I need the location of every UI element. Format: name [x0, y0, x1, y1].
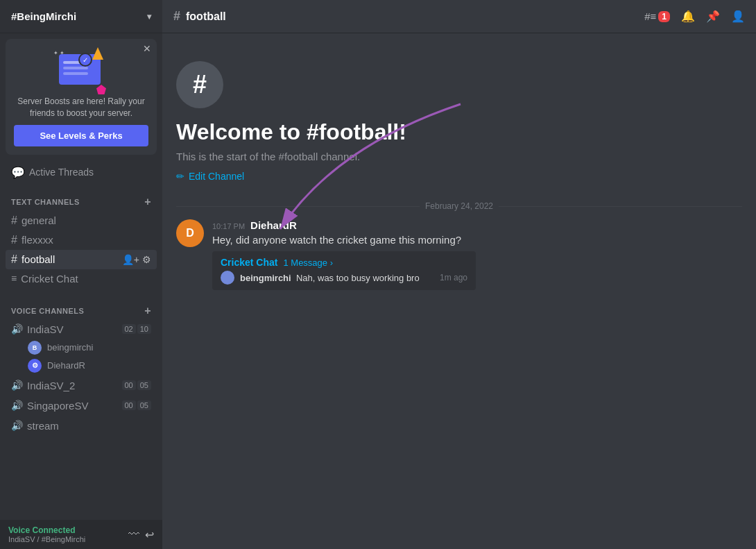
sidebar: #BeingMirchi ▾ ✕ ✓ ✦ ✦ Server Boosts are…	[0, 0, 162, 549]
channel-item-general[interactable]: # general	[6, 211, 157, 230]
voice-connected-bar: Voice Connected IndiaSV / #BeingMirchi 〰…	[0, 520, 162, 549]
thread-message-count[interactable]: 1 Message ›	[283, 257, 333, 268]
text-channels-label: TEXT CHANNELS	[11, 198, 80, 206]
avatar-beingmirchi: B	[28, 341, 42, 355]
date-divider: February 24, 2022	[162, 196, 756, 217]
voice-connected-label: Voice Connected	[8, 525, 128, 535]
speaker-icon: 🔊	[11, 323, 23, 335]
checkmark-icon: ✓	[78, 53, 92, 67]
message-content: 10:17 PM DiehardR Hey, did anyone watch …	[212, 219, 742, 290]
message-time: 10:17 PM	[212, 222, 245, 230]
voice-channel-name-indiasv: IndiaSV	[27, 323, 64, 335]
edit-channel-button[interactable]: ✏ Edit Channel	[176, 171, 244, 182]
add-member-icon[interactable]: 👤+	[122, 254, 139, 265]
voice-channels-header[interactable]: VOICE CHANNELS +	[6, 294, 157, 320]
threads-count: 1	[658, 11, 670, 22]
main-wrapper: # football #≡ 1 🔔 📌 👤	[162, 0, 756, 549]
message-author: DiehardR	[250, 219, 297, 231]
message-row: D 10:17 PM DiehardR Hey, did anyone watc…	[162, 217, 756, 293]
voice-badges-2: 00 05	[122, 380, 152, 390]
text-channels-header[interactable]: TEXT CHANNELS +	[6, 185, 157, 211]
channel-item-flexxxx[interactable]: # flexxxx	[6, 230, 157, 250]
channel-item-football[interactable]: # football 👤+ ⚙	[6, 250, 157, 269]
boost-banner-text: Server Boosts are here! Rally your frien…	[14, 96, 148, 119]
hash-icon: #	[11, 253, 17, 266]
channel-name-flexxxx: flexxxx	[22, 234, 53, 246]
bell-icon: 🔔	[681, 10, 695, 22]
thread-reply-name: Cricket Chat	[221, 257, 277, 268]
voice-member-beingmirchi[interactable]: B beingmirchi	[11, 339, 151, 357]
chevron-down-icon: ▾	[147, 12, 151, 22]
add-voice-channel-icon[interactable]: +	[144, 305, 151, 317]
pencil-icon: ✏	[176, 171, 184, 182]
voice-channel-header-indiasv2[interactable]: 🔊 IndiaSV_2 00 05	[11, 376, 151, 395]
voice-connected-info: Voice Connected IndiaSV / #BeingMirchi	[8, 525, 128, 543]
voice-channel-header-stream[interactable]: 🔊 stream	[11, 416, 151, 435]
boost-image: ✓ ✦ ✦	[53, 47, 109, 96]
waveform-icon[interactable]: 〰	[128, 528, 139, 541]
voice-channel-name-indiasv2: IndiaSV_2	[27, 380, 75, 391]
avatar-diehardr: ⚙	[28, 359, 42, 373]
thread-reply-time: 1m ago	[440, 273, 467, 282]
channel-welcome: # Welcome to #football! This is the star…	[162, 33, 756, 196]
member-name-beingmirchi: beingmirchi	[47, 342, 93, 353]
topbar: # football #≡ 1 🔔 📌 👤	[162, 0, 756, 33]
chat-area: # Welcome to #football! This is the star…	[162, 33, 756, 549]
voice-connected-channel: IndiaSV / #BeingMirchi	[8, 535, 128, 543]
sidebar-scroll: ✕ ✓ ✦ ✦ Server Boosts are here! Rally yo…	[0, 33, 162, 520]
gem-icon	[96, 85, 106, 94]
stars-icon: ✦ ✦	[53, 50, 65, 56]
thread-reply-avatar	[221, 271, 234, 285]
speaker-icon: 🔊	[11, 400, 23, 411]
hash-symbol: #	[193, 70, 207, 99]
voice-badges: 02 10	[122, 324, 152, 334]
voice-channel-indiasv: 🔊 IndiaSV 02 10 B beingmirchi ⚙ DiehardR	[6, 320, 157, 375]
member-name-diehardr: DiehardR	[47, 360, 85, 371]
thread-reply-message: Nah, was too busy working bro	[296, 273, 420, 283]
arrow-up-icon	[92, 47, 103, 60]
voice-channels-label: VOICE CHANNELS	[11, 307, 84, 315]
voice-member-diehardr[interactable]: ⚙ DiehardR	[11, 357, 151, 375]
badge-05-1: 05	[137, 380, 151, 390]
speaker-icon: 🔊	[11, 420, 23, 431]
gear-icon[interactable]: ⚙	[142, 254, 151, 265]
channel-name-cricket-chat: Cricket Chat	[21, 273, 78, 285]
phone-leave-icon[interactable]: ↩	[145, 528, 154, 541]
message-header: 10:17 PM DiehardR	[212, 219, 742, 231]
channel-name-football: football	[22, 253, 55, 265]
pin-icon-btn[interactable]: 📌	[706, 10, 720, 23]
topbar-channel-name: football	[186, 10, 226, 23]
members-icon-btn[interactable]: 👤	[731, 10, 745, 23]
server-header[interactable]: #BeingMirchi ▾	[0, 0, 162, 33]
badge-00-2: 00	[122, 400, 136, 410]
notifications-icon-btn[interactable]: 🔔	[681, 10, 695, 23]
main-content: # football #≡ 1 🔔 📌 👤	[162, 0, 756, 549]
voice-channel-stream: 🔊 stream	[6, 416, 157, 435]
thread-reply[interactable]: Cricket Chat 1 Message › beingmirchi Nah…	[212, 251, 476, 290]
badge-02: 02	[122, 324, 136, 334]
hash-icon: #	[11, 214, 17, 227]
badge-10: 10	[137, 324, 151, 334]
voice-channel-name-stream: stream	[27, 420, 59, 432]
threads-icon-btn[interactable]: #≡ 1	[644, 10, 670, 22]
channel-welcome-desc: This is the start of the #football chann…	[176, 151, 742, 162]
voice-channel-header-indiasv[interactable]: 🔊 IndiaSV 02 10	[11, 320, 151, 339]
active-threads-item[interactable]: 💬 Active Threads	[0, 160, 162, 185]
thread-reply-header: Cricket Chat 1 Message ›	[221, 257, 467, 268]
add-channel-icon[interactable]: +	[144, 196, 151, 208]
channel-name-general: general	[22, 214, 56, 226]
speaker-icon: 🔊	[11, 380, 23, 391]
badge-05-2: 05	[137, 400, 151, 410]
badge-00-1: 00	[122, 380, 136, 390]
voice-channel-name-singaporesv: SingaporeSV	[27, 400, 88, 412]
thread-reply-author: beingmirchi	[240, 273, 291, 283]
voice-channel-singaporesv: 🔊 SingaporeSV 00 05	[6, 396, 157, 415]
text-channels-section: TEXT CHANNELS + # general # flexxxx # fo…	[0, 185, 162, 437]
topbar-right: #≡ 1 🔔 📌 👤	[644, 10, 745, 23]
close-icon[interactable]: ✕	[143, 43, 151, 54]
channel-item-cricket-chat[interactable]: ≡ Cricket Chat	[6, 269, 157, 288]
see-levels-button[interactable]: See Levels & Perks	[14, 125, 148, 146]
message-text: Hey, did anyone watch the cricket game t…	[212, 233, 742, 247]
voice-channel-header-singaporesv[interactable]: 🔊 SingaporeSV 00 05	[11, 396, 151, 415]
thread-reply-text: beingmirchi Nah, was too busy working br…	[240, 273, 420, 283]
